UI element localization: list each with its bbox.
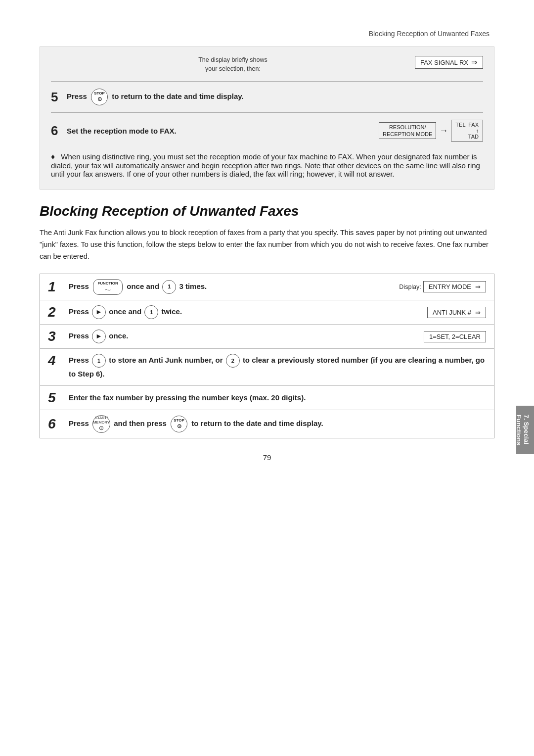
- arrow-anti-junk-icon: ⇒: [475, 309, 481, 316]
- mode-diagram: RESOLUTION/RECEPTION MODE → TEL FAX ↑ TA…: [379, 120, 483, 142]
- step6-top: 6 Set the reception mode to FAX. RESOLUT…: [51, 116, 483, 145]
- top-gray-box: The display briefly showsyour selection,…: [40, 47, 494, 189]
- divider-2: [51, 112, 483, 113]
- resolution-mode-box: RESOLUTION/RECEPTION MODE: [379, 122, 436, 140]
- top-section-header: Blocking Reception of Unwanted Faxes: [40, 30, 494, 38]
- step3-num: 3: [48, 330, 64, 343]
- bullet-icon: ♦: [51, 152, 55, 161]
- side-tab: 7. SpecialFunctions: [516, 406, 534, 454]
- step1-num: 1: [48, 280, 64, 294]
- arrow-entry-icon: ⇒: [475, 283, 481, 290]
- step-3: 3 Press ► once. 1=SET, 2=CLEAR: [40, 325, 494, 349]
- display-label-1: Display:: [399, 284, 421, 290]
- stop-button-step6-icon[interactable]: STOP⊙: [171, 416, 187, 432]
- display-box-fax-signal: FAX SIGNAL RX ⇒: [415, 56, 483, 69]
- step5-num-main: 5: [48, 391, 64, 405]
- bullet-note-text: When using distinctive ring, you must se…: [51, 152, 480, 178]
- step3-display: 1=SET, 2=CLEAR: [424, 331, 486, 342]
- step-4: 4 Press 1 to store an Anti Junk number, …: [40, 349, 494, 386]
- tel-fax-diagram: TEL FAX ↑ TAD: [451, 120, 483, 142]
- page-content: Blocking Reception of Unwanted Faxes The…: [0, 0, 534, 491]
- step2-content: Press ► once and 1 twice.: [69, 305, 427, 319]
- step-1: 1 Press FUNCTION ⌢⌣ once and 1 3 times. …: [40, 274, 494, 300]
- step-5: 5 Enter the fax number by pressing the n…: [40, 386, 494, 410]
- num2-button-step4[interactable]: 2: [226, 354, 240, 368]
- start-memory-button-icon[interactable]: START/MEMORY⊙: [92, 415, 110, 433]
- nav-button-step2[interactable]: ►: [92, 305, 106, 319]
- page-number: 79: [40, 453, 494, 462]
- nav-button-step3[interactable]: ►: [92, 330, 106, 343]
- section-title: Blocking Reception of Unwanted Faxes: [40, 203, 494, 219]
- step1-display: Display: ENTRY MODE ⇒: [399, 281, 486, 292]
- step4-num: 4: [48, 354, 64, 368]
- steps-container: 1 Press FUNCTION ⌢⌣ once and 1 3 times. …: [40, 274, 494, 438]
- num1-button-step4[interactable]: 1: [92, 354, 106, 368]
- step5-number: 5: [51, 90, 62, 105]
- bullet-note-container: ♦ When using distinctive ring, you must …: [51, 152, 483, 178]
- step4-content: Press 1 to store an Anti Junk number, or…: [69, 354, 486, 380]
- arrow-mode-icon: →: [439, 126, 448, 136]
- step6-number: 6: [51, 123, 62, 139]
- step6-content-main: Press START/MEMORY⊙ and then press STOP⊙…: [69, 415, 486, 433]
- num1-button-step1[interactable]: 1: [162, 280, 176, 294]
- step-6: 6 Press START/MEMORY⊙ and then press STO…: [40, 410, 494, 438]
- step3-content: Press ► once.: [69, 330, 424, 343]
- num1-button-step2[interactable]: 1: [144, 305, 158, 319]
- stop-button-icon[interactable]: STOP⊙: [91, 89, 108, 105]
- top-header-text: Blocking Reception of Unwanted Faxes: [369, 30, 490, 38]
- step5-content-main: Enter the fax number by pressing the num…: [69, 392, 486, 403]
- display-box-entry-mode: ENTRY MODE ⇒: [423, 281, 486, 292]
- tad-label: TAD: [468, 134, 479, 140]
- side-tab-text: 7. SpecialFunctions: [515, 415, 530, 445]
- display-anti-junk-text: ANTI JUNK #: [433, 309, 471, 316]
- resolution-label: RESOLUTION/RECEPTION MODE: [383, 124, 432, 137]
- step2-num: 2: [48, 305, 64, 319]
- step5-text: Press STOP⊙ to return to the date and ti…: [67, 89, 483, 105]
- display-brief-label: The display briefly showsyour selection,…: [51, 56, 415, 73]
- function-button-icon[interactable]: FUNCTION ⌢⌣: [93, 279, 123, 295]
- display-entry-mode-text: ENTRY MODE: [429, 283, 471, 290]
- step1-content: Press FUNCTION ⌢⌣ once and 1 3 times.: [69, 279, 399, 295]
- display-box-anti-junk: ANTI JUNK # ⇒: [427, 307, 486, 318]
- up-arrow-label: ↑: [468, 128, 479, 134]
- step-2: 2 Press ► once and 1 twice. ANTI JUNK # …: [40, 300, 494, 325]
- display-set-clear-text: 1=SET, 2=CLEAR: [429, 333, 481, 340]
- intro-text: The Anti Junk Fax function allows you to…: [40, 227, 494, 263]
- step6-num-main: 6: [48, 417, 64, 431]
- display-box-set-clear: 1=SET, 2=CLEAR: [424, 331, 486, 342]
- step4-row: 4 Press 1 to store an Anti Junk number, …: [48, 354, 486, 380]
- divider-1: [51, 81, 483, 82]
- tel-fax-label: TEL FAX: [455, 122, 479, 128]
- arrow-right-icon: ⇒: [471, 58, 478, 67]
- step5-top: 5 Press STOP⊙ to return to the date and …: [51, 85, 483, 109]
- step2-display: ANTI JUNK # ⇒: [427, 307, 486, 318]
- display-row: The display briefly showsyour selection,…: [51, 56, 483, 73]
- display-value-fax-signal: FAX SIGNAL RX: [420, 59, 468, 66]
- step6-text: Set the reception mode to FAX.: [67, 127, 379, 135]
